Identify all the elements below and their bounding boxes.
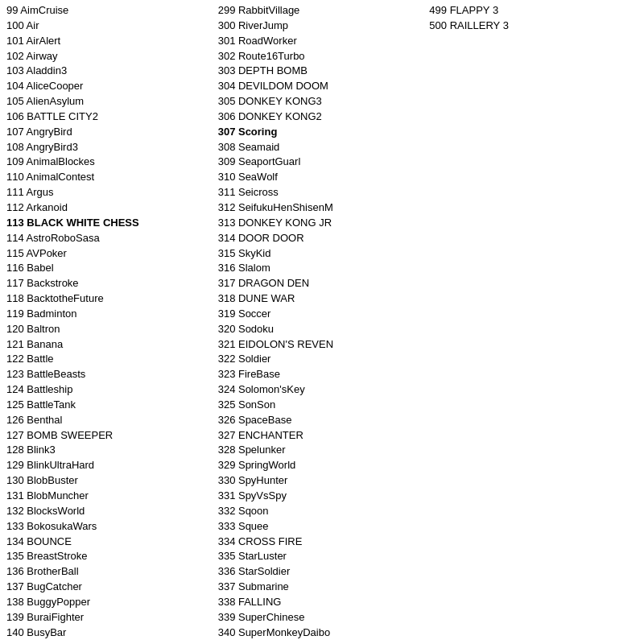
list-item: 101 AirAlert	[6, 34, 212, 49]
list-item: 124 Battleship	[6, 382, 212, 398]
list-item: 112 Arkanoid	[6, 200, 212, 216]
list-item: 128 Blink3	[6, 443, 212, 458]
list-item: 120 Baltron	[6, 322, 212, 337]
list-item: 123 BattleBeasts	[6, 367, 212, 382]
list-item: 312 SeifukuHenShisenM	[218, 200, 423, 216]
list-item: 119 Badminton	[6, 307, 212, 322]
list-item: 341 FIGHTER	[218, 640, 423, 641]
list-item: 327 ENCHANTER	[218, 428, 423, 444]
list-item: 114 AstroRoboSasa	[6, 231, 212, 246]
list-item: 140 BusyBar	[6, 625, 212, 641]
list-item: 126 Benthal	[6, 413, 212, 428]
list-item: 322 Soldier	[218, 352, 423, 367]
list-item: 127 BOMB SWEEPER	[6, 428, 212, 444]
list-item: 113 BLACK WHITE CHESS	[6, 216, 212, 231]
list-item: 319 Soccer	[218, 307, 423, 322]
list-item: 105 AlienAsylum	[6, 94, 212, 109]
list-item: 299 RabbitVillage	[218, 3, 423, 19]
list-item: 318 DUNE WAR	[218, 291, 423, 307]
list-item: 141 ButterflyStroke	[6, 640, 212, 641]
list-item: 340 SuperMonkeyDaibo	[218, 625, 423, 641]
list-item: 314 DOOR DOOR	[218, 231, 423, 246]
list-item: 305 DONKEY KONG3	[218, 94, 423, 109]
list-item: 331 SpyVsSpy	[218, 489, 423, 504]
column-1: 99 AimCruise100 Air101 AirAlert102 Airwa…	[6, 3, 215, 641]
list-item: 139 BuraiFighter	[6, 610, 212, 625]
list-item: 308 Seamaid	[218, 140, 423, 155]
list-item: 335 StarLuster	[218, 549, 423, 564]
list-item: 321 EIDOLON'S REVEN	[218, 337, 423, 353]
list-item: 102 Airway	[6, 49, 212, 64]
list-item: 300 RiverJump	[218, 19, 423, 34]
list-item: 313 DONKEY KONG JR	[218, 216, 423, 231]
list-item: 117 Backstroke	[6, 276, 212, 291]
list-item: 99 AimCruise	[6, 3, 212, 19]
list-item: 317 DRAGON DEN	[218, 276, 423, 291]
list-item: 129 BlinkUltraHard	[6, 458, 212, 473]
list-item: 301 RoadWorker	[218, 34, 423, 49]
list-item: 116 Babel	[6, 261, 212, 276]
list-item: 111 Argus	[6, 185, 212, 200]
list-item: 328 Spelunker	[218, 443, 423, 458]
list-item: 131 BlobMuncher	[6, 489, 212, 504]
list-item: 337 Submarine	[218, 580, 423, 595]
list-item: 329 SpringWorld	[218, 458, 423, 473]
list-item: 133 BokosukaWars	[6, 519, 212, 535]
list-item: 130 BlobBuster	[6, 473, 212, 489]
list-item: 334 CROSS FIRE	[218, 535, 423, 550]
list-item: 323 FireBase	[218, 367, 423, 382]
list-item: 118 BacktotheFuture	[6, 291, 212, 307]
list-item: 306 DONKEY KONG2	[218, 109, 423, 125]
list-item: 121 Banana	[6, 337, 212, 353]
list-item: 333 Squee	[218, 519, 423, 535]
list-item: 109 AnimalBlockes	[6, 155, 212, 170]
list-item: 311 Seicross	[218, 185, 423, 200]
list-item: 325 SonSon	[218, 398, 423, 413]
list-item: 309 SeaportGuarl	[218, 155, 423, 170]
list-item: 338 FALLING	[218, 595, 423, 610]
list-item: 499 FLAPPY 3	[429, 3, 634, 19]
list-item: 326 SpaceBase	[218, 413, 423, 428]
list-item: 108 AngryBird3	[6, 140, 212, 155]
list-item: 304 DEVILDOM DOOM	[218, 79, 423, 94]
list-item: 125 BattleTank	[6, 398, 212, 413]
list-item: 330 SpyHunter	[218, 473, 423, 489]
list-item: 315 SkyKid	[218, 246, 423, 262]
list-item: 332 Sqoon	[218, 504, 423, 519]
list-item: 500 RAILLERY 3	[429, 19, 634, 34]
column-3: 499 FLAPPY 3500 RAILLERY 3	[426, 3, 638, 641]
list-item: 134 BOUNCE	[6, 535, 212, 550]
list-item: 107 AngryBird	[6, 125, 212, 140]
list-item: 336 StarSoldier	[218, 564, 423, 580]
list-item: 302 Route16Turbo	[218, 49, 423, 64]
list-item: 316 Slalom	[218, 261, 423, 276]
column-2: 299 RabbitVillage300 RiverJump301 RoadWo…	[215, 3, 427, 641]
list-item: 324 Solomon'sKey	[218, 382, 423, 398]
list-item: 132 BlocksWorld	[6, 504, 212, 519]
list-item: 303 DEPTH BOMB	[218, 64, 423, 79]
list-item: 135 BreastStroke	[6, 549, 212, 564]
list-item: 122 Battle	[6, 352, 212, 367]
list-item: 110 AnimalContest	[6, 170, 212, 185]
list-item: 115 AVPoker	[6, 246, 212, 262]
list-item: 310 SeaWolf	[218, 170, 423, 185]
main-container: 99 AimCruise100 Air101 AirAlert102 Airwa…	[0, 0, 644, 644]
list-item: 136 BrotherBall	[6, 564, 212, 580]
list-item: 137 BugCatcher	[6, 580, 212, 595]
list-item: 106 BATTLE CITY2	[6, 109, 212, 125]
list-item: 104 AliceCooper	[6, 79, 212, 94]
list-item: 339 SuperChinese	[218, 610, 423, 625]
list-item: 320 Sodoku	[218, 322, 423, 337]
list-item: 138 BuggyPopper	[6, 595, 212, 610]
list-item: 307 Scoring	[218, 125, 423, 140]
list-item: 100 Air	[6, 19, 212, 34]
list-item: 103 Aladdin3	[6, 64, 212, 79]
